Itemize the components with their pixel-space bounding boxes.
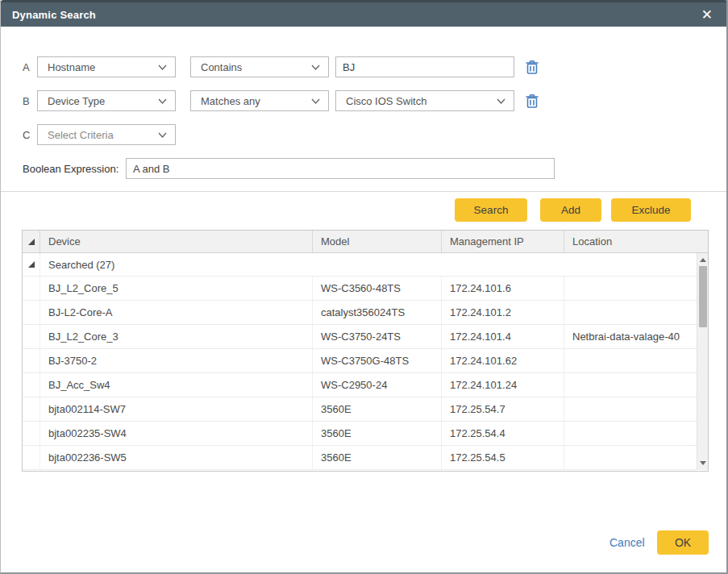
table-row[interactable]: BJ-3750-2WS-C3750G-48TS172.24.101.62 xyxy=(23,349,708,373)
ok-button[interactable]: OK xyxy=(657,530,709,555)
cell-expand xyxy=(23,397,40,421)
collapse-triangle-icon xyxy=(28,261,35,268)
cell-device: BJ_L2_Core_5 xyxy=(40,277,313,300)
scroll-up-icon[interactable] xyxy=(700,258,706,262)
cell-ip: 172.24.101.24 xyxy=(442,373,564,397)
cell-expand xyxy=(23,373,40,397)
cell-loc xyxy=(564,422,708,445)
table-row[interactable]: bjta002114-SW73560E172.25.54.7 xyxy=(23,397,708,422)
field-select-b[interactable]: Device Type xyxy=(37,90,176,111)
table-row[interactable]: BJ-L2-Core-Acatalyst356024TS172.24.101.2 xyxy=(23,301,708,325)
field-select-c[interactable]: Select Criteria xyxy=(37,124,176,145)
table-row[interactable]: BJ_Acc_Sw4WS-C2950-24172.24.101.24 xyxy=(23,373,708,397)
column-header-model[interactable]: Model xyxy=(313,231,442,252)
cell-ip: 172.25.54.7 xyxy=(442,397,564,421)
cell-loc xyxy=(564,301,708,324)
cell-loc xyxy=(564,446,708,469)
cell-device: bjta002114-SW7 xyxy=(40,397,313,421)
divider xyxy=(1,191,727,192)
cell-loc xyxy=(564,277,708,300)
cell-loc: Netbrai-data-valage-40 xyxy=(564,325,708,348)
cell-loc xyxy=(564,397,708,421)
criteria-label-b: B xyxy=(23,95,34,107)
cell-model: catalyst356024TS xyxy=(313,301,442,324)
group-expand-control[interactable] xyxy=(23,253,40,276)
value-input-a[interactable] xyxy=(335,56,514,77)
cell-expand xyxy=(23,349,40,372)
table-scrollbar[interactable] xyxy=(697,253,708,470)
device-table: Device Model Management IP Location Sear… xyxy=(22,230,709,472)
field-select-b-value: Device Type xyxy=(48,95,105,107)
cell-expand xyxy=(23,446,40,469)
group-label: Searched (27) xyxy=(40,253,708,276)
value-select-b[interactable]: Cisco IOS Switch xyxy=(335,90,514,111)
cell-model: 3560E xyxy=(313,397,442,421)
table-row[interactable]: bjta002235-SW43560E172.25.54.4 xyxy=(23,422,708,446)
collapse-all-control[interactable] xyxy=(23,231,40,252)
boolean-expression-label: Boolean Expression: xyxy=(23,163,119,175)
column-header-location[interactable]: Location xyxy=(564,231,708,252)
cell-device: BJ-L2-Core-A xyxy=(40,301,313,324)
cell-ip: 172.24.101.2 xyxy=(442,301,564,324)
chevron-down-icon xyxy=(311,98,320,105)
cell-ip: 172.24.101.62 xyxy=(442,349,564,372)
chevron-down-icon xyxy=(311,64,320,71)
cell-device: BJ-3750-2 xyxy=(40,349,313,372)
table-body: Searched (27) BJ_L2_Core_5WS-C3560-48TS1… xyxy=(23,253,708,470)
table-row[interactable]: bjta002236-SW53560E172.25.54.5 xyxy=(23,446,708,470)
search-button[interactable]: Search xyxy=(455,198,527,222)
column-header-device[interactable]: Device xyxy=(40,231,313,252)
close-icon[interactable]: ✕ xyxy=(698,6,716,23)
cell-device: bjta002235-SW4 xyxy=(40,422,313,445)
criteria-label-a: A xyxy=(23,61,34,73)
operator-select-a-value: Contains xyxy=(201,61,242,73)
cell-device: bjta002236-SW5 xyxy=(40,446,313,469)
table-header: Device Model Management IP Location xyxy=(23,231,708,253)
cell-device: BJ_Acc_Sw4 xyxy=(40,373,313,397)
cell-loc xyxy=(564,349,708,372)
chevron-down-icon xyxy=(158,64,167,71)
scrollbar-thumb[interactable] xyxy=(699,266,707,327)
criteria-label-c: C xyxy=(23,129,34,141)
trash-icon[interactable] xyxy=(525,60,539,75)
boolean-expression-input[interactable] xyxy=(126,158,555,179)
cell-model: WS-C3560-48TS xyxy=(313,277,442,300)
cell-model: WS-C3750G-48TS xyxy=(313,349,442,372)
table-row[interactable]: BJ_L2_Core_3WS-C3750-24TS172.24.101.4Net… xyxy=(23,325,708,349)
operator-select-b[interactable]: Matches any xyxy=(190,90,329,111)
chevron-down-icon xyxy=(158,132,167,139)
cell-model: WS-C2950-24 xyxy=(313,373,442,397)
cell-expand xyxy=(23,422,40,445)
cell-ip: 172.25.54.4 xyxy=(442,422,564,445)
chevron-down-icon xyxy=(158,98,167,105)
cell-model: WS-C3750-24TS xyxy=(313,325,442,348)
add-button[interactable]: Add xyxy=(540,198,601,222)
cell-model: 3560E xyxy=(313,422,442,445)
cell-ip: 172.24.101.4 xyxy=(442,325,564,348)
dialog-titlebar: Dynamic Search ✕ xyxy=(1,0,727,27)
device-rows: BJ_L2_Core_5WS-C3560-48TS172.24.101.6BJ-… xyxy=(23,277,708,470)
group-row-searched[interactable]: Searched (27) xyxy=(23,253,708,277)
cell-ip: 172.25.54.5 xyxy=(442,446,564,469)
cell-device: BJ_L2_Core_3 xyxy=(40,325,313,348)
cell-ip: 172.24.101.6 xyxy=(442,277,564,300)
cell-expand xyxy=(23,301,40,324)
field-select-a[interactable]: Hostname xyxy=(37,56,176,77)
field-select-a-value: Hostname xyxy=(48,61,95,73)
cell-expand xyxy=(23,277,40,300)
trash-icon[interactable] xyxy=(525,94,539,109)
cell-loc xyxy=(564,373,708,397)
boolean-expression-row: Boolean Expression: xyxy=(1,158,726,179)
scroll-down-icon[interactable] xyxy=(700,461,706,465)
collapse-triangle-icon xyxy=(28,239,35,245)
exclude-button[interactable]: Exclude xyxy=(611,198,691,222)
cancel-button[interactable]: Cancel xyxy=(609,536,645,549)
dynamic-search-dialog: Dynamic Search ✕ A Hostname Contains B xyxy=(0,0,728,574)
table-row[interactable]: BJ_L2_Core_5WS-C3560-48TS172.24.101.6 xyxy=(23,277,708,301)
column-header-management-ip[interactable]: Management IP xyxy=(442,231,564,252)
cell-model: 3560E xyxy=(313,446,442,469)
cell-expand xyxy=(23,325,40,348)
value-select-b-value: Cisco IOS Switch xyxy=(346,95,426,107)
dialog-title: Dynamic Search xyxy=(12,9,96,21)
operator-select-a[interactable]: Contains xyxy=(190,56,329,77)
